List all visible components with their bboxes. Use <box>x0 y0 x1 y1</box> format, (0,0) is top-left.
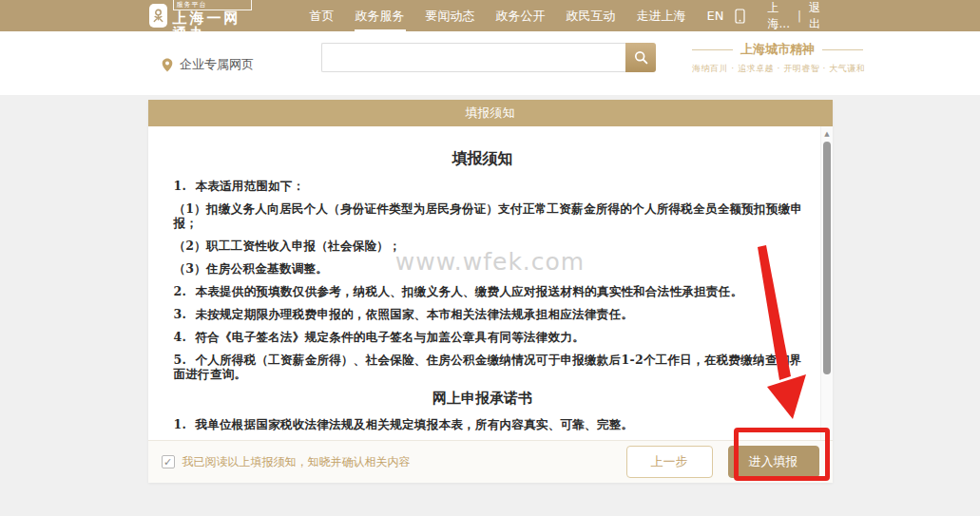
logout-link[interactable]: 退出 <box>809 0 820 32</box>
divider: | <box>797 10 801 23</box>
magnifier-icon <box>634 50 648 65</box>
main-nav: 首页 政务服务 要闻动态 政务公开 政民互动 走进上海 EN <box>299 0 735 31</box>
platform-label: 全国一体化在线政务服务平台 <box>173 0 252 10</box>
notice-item: 2. 本表提供的预填数仅供参考，纳税人、扣缴义务人、缴费人应对报送材料的真实性和… <box>158 284 808 298</box>
notice-panel: 填报须知 填报须知 1. 本表适用范围如下： （1）扣缴义务人向居民个人（身份证… <box>148 100 833 483</box>
scroll-up-arrow-icon[interactable]: ▲ <box>821 128 833 140</box>
scroll-down-arrow-icon[interactable]: ▼ <box>821 427 833 438</box>
mobile-icon[interactable] <box>735 9 745 24</box>
confirm-checkbox[interactable]: ✓ <box>162 455 175 468</box>
page: 全国一体化在线政务服务平台 上海一网通办 首页 政务服务 要闻动态 政务公开 政… <box>0 0 980 516</box>
logged-in-user[interactable]: 上海... <box>768 0 790 32</box>
commitment-item: 1. 我单位根据国家税收法律法规及相关规定填报本表，所有内容真实、可靠、完整。 <box>158 417 808 431</box>
confirm-checkbox-row[interactable]: ✓ 我已阅读以上填报须知，知晓并确认相关内容 <box>162 454 411 470</box>
enter-filing-button[interactable]: 进入填报 <box>728 446 819 478</box>
search-bar <box>321 43 656 72</box>
panel-title-bar: 填报须知 <box>148 100 833 126</box>
scrollbar-thumb[interactable] <box>823 142 831 374</box>
confirm-checkbox-label: 我已阅读以上填报须知，知晓并确认相关内容 <box>183 454 411 470</box>
search-input[interactable] <box>321 43 625 72</box>
notice-heading: 填报须知 <box>158 149 808 169</box>
city-spirit-slogan: 海纳百川 · 追求卓越 · 开明睿智 · 大气谦和 <box>692 63 863 75</box>
top-header: 全国一体化在线政务服务平台 上海一网通办 首页 政务服务 要闻动态 政务公开 政… <box>0 0 980 31</box>
notice-content: 填报须知 1. 本表适用范围如下： （1）扣缴义务人向居民个人（身份证件类型为居… <box>148 126 833 440</box>
notice-item: （1）扣缴义务人向居民个人（身份证件类型为居民身份证）支付正常工资薪金所得的个人… <box>158 201 808 230</box>
panel-footer: ✓ 我已阅读以上填报须知，知晓并确认相关内容 上一步 进入填报 <box>148 440 833 483</box>
scrollbar[interactable]: ▲ ▼ <box>820 126 833 440</box>
logo-emblem-icon <box>149 4 167 28</box>
notice-item: （2）职工工资性收入申报（社会保险）； <box>158 239 808 253</box>
nav-english[interactable]: EN <box>697 0 735 31</box>
enterprise-page-label: 企业专属网页 <box>162 56 254 73</box>
location-pin-icon <box>162 58 173 72</box>
notice-item: （3）住房公积金基数调整。 <box>158 261 808 276</box>
notice-item: 3. 未按规定期限办理税费申报的，依照国家、本市相关法律法规承担相应法律责任。 <box>158 307 808 321</box>
previous-step-button[interactable]: 上一步 <box>626 446 713 478</box>
sub-header: 企业专属网页 上海城市精神 海纳百川 · 追求卓越 · 开明睿智 · 大气谦和 <box>0 31 980 95</box>
nav-government-services[interactable]: 政务服务 <box>345 0 415 31</box>
commitment-heading: 网上申报承诺书 <box>158 390 808 408</box>
main-background: 填报须知 填报须知 1. 本表适用范围如下： （1）扣缴义务人向居民个人（身份证… <box>0 95 980 516</box>
nav-home[interactable]: 首页 <box>299 0 345 31</box>
city-spirit-block: 上海城市精神 海纳百川 · 追求卓越 · 开明睿智 · 大气谦和 <box>692 41 863 75</box>
search-button[interactable] <box>625 43 656 72</box>
notice-item: 4. 符合《电子签名法》规定条件的电子签名与加盖公章具有同等法律效力。 <box>158 330 808 344</box>
footer-buttons: 上一步 进入填报 <box>626 446 819 478</box>
notice-item: 5. 个人所得税（工资薪金所得）、社会保险、住房公积金缴纳情况可于申报缴款后1-… <box>158 353 808 381</box>
nav-interaction[interactable]: 政民互动 <box>556 0 626 31</box>
city-spirit-title-text: 上海城市精神 <box>740 41 815 58</box>
nav-public-info[interactable]: 政务公开 <box>486 0 556 31</box>
user-area: 上海... | 退出 <box>735 0 821 32</box>
enterprise-page-label-text: 企业专属网页 <box>180 56 254 73</box>
nav-about-shanghai[interactable]: 走进上海 <box>626 0 697 31</box>
notice-item: 1. 本表适用范围如下： <box>158 179 808 193</box>
city-spirit-title: 上海城市精神 <box>692 41 863 58</box>
nav-news[interactable]: 要闻动态 <box>415 0 486 31</box>
